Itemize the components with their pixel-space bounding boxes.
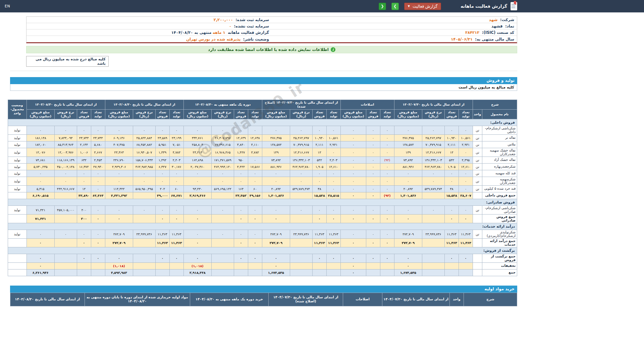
value-cell: (۹۲) (380, 192, 394, 199)
value-cell: ۰ (444, 254, 459, 262)
value-cell (133, 254, 155, 262)
value-cell: ۷۰,۳۷۹,۹۱۵ (290, 141, 312, 148)
next-period-button[interactable]: ❯ (391, 3, 399, 10)
value-cell: ۰ (380, 170, 394, 177)
value-cell: ۰ (211, 205, 234, 214)
value-cell: ۰ (77, 126, 91, 134)
value-cell: ۰ (133, 126, 155, 134)
value-cell: ۰ (262, 205, 290, 214)
value-cell: ۰ (340, 185, 366, 192)
value-cell: ۶۴,۴۶۴ (91, 192, 105, 199)
value-cell: ۰ (459, 254, 473, 262)
value-cell: ۰ (248, 126, 262, 134)
value-cell: ۱۱,۳۶۳ (459, 238, 473, 247)
info-icon: i (331, 47, 335, 52)
value-cell (54, 269, 77, 276)
column-group-header: از ابتدای سال مالی تا تاریخ ۱۴۰۴/۰۷/۳۰ (… (262, 100, 340, 110)
value-cell: ۸۸۱,۹۴۶ (262, 163, 290, 170)
value-cell: ۰ (169, 170, 183, 177)
value-cell: ۰ (211, 126, 234, 134)
production-sales-table: شرحاز ابتدای سال مالی تا تاریخ ۱۴۰۴/۰۷/۳… (8, 100, 517, 276)
value-cell: ۰ (211, 230, 234, 238)
value-cell: ۱,۹۰۵ (444, 163, 459, 170)
value-cell: ۱,۴۳۹ (155, 148, 169, 157)
value-cell: ۶,۱۹۰,۵۱۵ (26, 192, 54, 199)
report-icon (511, 2, 517, 10)
language-toggle[interactable]: EN (5, 4, 10, 8)
unit-cell (473, 238, 482, 247)
value-cell (290, 269, 312, 276)
page: { "topbar": { "title": "گزارش فعالیت ماه… (0, 0, 644, 362)
column-header: تعداد فروش (444, 109, 459, 119)
value-cell (444, 262, 459, 269)
value-cell (380, 269, 394, 276)
value-cell: ۱۱,۳۶۳ (444, 230, 459, 238)
product-status-cell: تولید (8, 157, 26, 163)
value-cell: ۲۸,۵۱۵ (326, 192, 340, 199)
value-cell (422, 214, 444, 223)
value-cell: ۰ (155, 177, 169, 185)
value-cell: ۰ (340, 214, 366, 223)
unit-cell (473, 254, 482, 262)
isic-label: کد صنعت (ISIC): (482, 30, 514, 35)
value-cell: ۱,۴۹۲ (155, 157, 169, 163)
value-cell (290, 238, 312, 247)
value-cell: ۰ (459, 126, 473, 134)
value-cell: ۰ (234, 170, 248, 177)
value-cell: ۰ (262, 126, 290, 134)
value-cell: ۰ (262, 170, 290, 177)
value-cell: ۰ (444, 126, 459, 134)
rm-header-row: شرحواحداز ابتدای سال مالی تا تاریخ ۱۴۰۴/… (10, 293, 517, 306)
value-cell: ۷۳,۸۹۲ (394, 157, 422, 163)
value-cell: ۰ (422, 177, 444, 185)
company-info-box: شرکت: شهد سرمایه ثبت شده: ۲,۲۰۰,۰۰۰ نماد… (26, 16, 517, 43)
prev-period-button[interactable]: ❮ (379, 3, 386, 10)
value-cell: ۰ (326, 170, 340, 177)
value-cell: ۰ (169, 214, 183, 223)
value-cell: ۵۶۹,۶۹۵,۱۲۲ (211, 185, 234, 192)
value-cell: ۰ (262, 214, 290, 223)
value-cell: ۰ (380, 134, 394, 141)
column-header: مبلغ فروش (میلیون ریال) (262, 109, 290, 119)
value-cell: ۰ (366, 214, 380, 223)
product-name-cell: شکرناشی ازشکرخام-داخلی (482, 126, 517, 134)
value-cell (312, 269, 326, 276)
value-cell: ۵,۳۱۵ (26, 185, 54, 192)
value-cell: ۰ (422, 126, 444, 134)
value-cell: ۱۷۱,۴۷۱,۵۷۹ (211, 157, 234, 163)
value-cell (54, 254, 77, 262)
value-cell (211, 214, 234, 223)
value-cell (133, 238, 155, 247)
unit-cell: تن (473, 141, 482, 148)
report-type-select[interactable]: گزارش فعالیت ▼ (404, 3, 441, 10)
value-cell: ۰ (211, 170, 234, 177)
value-cell: ۰ (340, 238, 366, 247)
column-group-header: اصلاحات (340, 100, 394, 110)
value-cell: ۰ (394, 262, 422, 269)
value-cell: ۰ (366, 177, 380, 185)
unit-cell: تن (473, 205, 482, 214)
value-cell: ۲,۴۰۳ (169, 157, 183, 163)
table-row: قند خرد شده ۵ کیلوییتن۰۳۸۵۴۹,۷۸۹,۴۷۴۲۰,۸… (8, 185, 517, 192)
value-cell: ۰ (312, 170, 326, 177)
value-cell: ۴,۴۲۲ (234, 163, 248, 170)
product-name-cell: شکرناشی ازشکرخام-صادراتی (482, 205, 517, 214)
value-cell: ۴,۷۸۲ (248, 148, 262, 157)
value-cell (366, 269, 380, 276)
value-cell: ۱۶۲,۸۹۸ (183, 157, 211, 163)
value-cell: ۰ (91, 238, 105, 247)
value-cell: ۳۳۲,۷۶۱ (183, 134, 211, 141)
value-cell: ۰ (422, 205, 444, 214)
table-row: برگشت از فروش: (8, 247, 517, 254)
value-cell (422, 192, 444, 199)
value-cell: ۱۴۸,۵۷۲ (394, 141, 422, 148)
value-cell: ۰ (340, 262, 366, 269)
product-name-cell: جمع (482, 269, 517, 276)
value-cell: ۰ (248, 157, 262, 163)
value-cell: ۰ (54, 170, 77, 177)
product-status-cell: تولید (8, 141, 26, 148)
column-header: تعداد تولید (380, 109, 394, 119)
value-cell: ۰ (459, 170, 473, 177)
value-cell: ۰ (326, 214, 340, 223)
value-cell: ۱۱,۳۶۳ (169, 230, 183, 238)
